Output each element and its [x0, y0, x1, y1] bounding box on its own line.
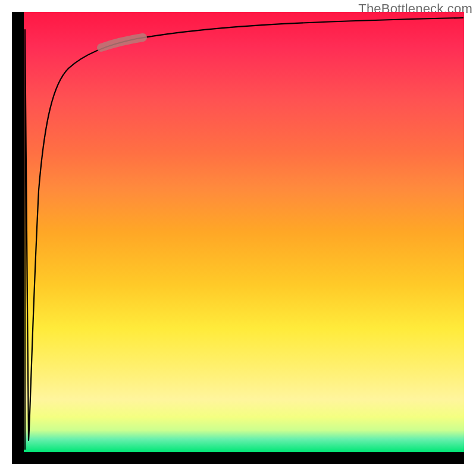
plot-area — [12, 12, 464, 464]
chart-canvas: TheBottleneck.com — [0, 0, 476, 476]
